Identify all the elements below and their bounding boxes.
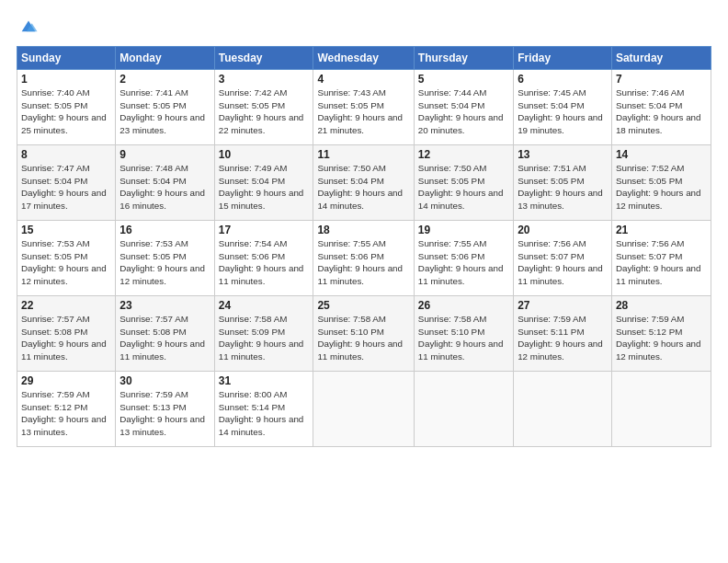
table-row: 3 Sunrise: 7:42 AMSunset: 5:05 PMDayligh…: [214, 70, 313, 145]
col-sunday: Sunday: [17, 47, 116, 70]
day-detail: Sunrise: 7:40 AMSunset: 5:05 PMDaylight:…: [21, 87, 107, 135]
logo-icon: [18, 17, 39, 37]
day-detail: Sunrise: 7:50 AMSunset: 5:05 PMDaylight:…: [418, 163, 504, 211]
table-row: 28 Sunrise: 7:59 AMSunset: 5:12 PMDaylig…: [611, 296, 711, 372]
table-row: 20 Sunrise: 7:56 AMSunset: 5:07 PMDaylig…: [514, 221, 612, 296]
day-number: 9: [119, 148, 210, 161]
day-detail: Sunrise: 7:59 AMSunset: 5:12 PMDaylight:…: [21, 389, 107, 437]
day-number: 12: [418, 148, 509, 161]
day-number: 6: [518, 73, 608, 86]
day-number: 3: [219, 73, 310, 86]
table-row: 8 Sunrise: 7:47 AMSunset: 5:04 PMDayligh…: [17, 145, 116, 221]
day-number: 24: [219, 299, 310, 312]
calendar-week-row: 29 Sunrise: 7:59 AMSunset: 5:12 PMDaylig…: [17, 372, 711, 447]
day-detail: Sunrise: 7:46 AMSunset: 5:04 PMDaylight:…: [616, 87, 701, 135]
day-detail: Sunrise: 7:56 AMSunset: 5:07 PMDaylight:…: [616, 238, 701, 286]
table-row: 10 Sunrise: 7:49 AMSunset: 5:04 PMDaylig…: [214, 145, 313, 221]
day-number: 20: [518, 224, 608, 236]
table-row: 26 Sunrise: 7:58 AMSunset: 5:10 PMDaylig…: [414, 296, 513, 372]
day-detail: Sunrise: 7:53 AMSunset: 5:05 PMDaylight:…: [21, 238, 107, 286]
day-detail: Sunrise: 7:59 AMSunset: 5:13 PMDaylight:…: [119, 389, 205, 437]
table-row: [414, 372, 513, 447]
day-detail: Sunrise: 7:49 AMSunset: 5:04 PMDaylight:…: [219, 163, 304, 211]
day-detail: Sunrise: 7:55 AMSunset: 5:06 PMDaylight:…: [418, 238, 504, 286]
table-row: 22 Sunrise: 7:57 AMSunset: 5:08 PMDaylig…: [17, 296, 116, 372]
day-number: 2: [119, 73, 210, 86]
col-monday: Monday: [116, 47, 214, 70]
day-detail: Sunrise: 7:44 AMSunset: 5:04 PMDaylight:…: [418, 87, 504, 135]
day-number: 27: [518, 299, 608, 312]
col-wednesday: Wednesday: [313, 47, 414, 70]
col-saturday: Saturday: [611, 47, 711, 70]
day-detail: Sunrise: 7:45 AMSunset: 5:04 PMDaylight:…: [518, 87, 603, 135]
day-detail: Sunrise: 7:53 AMSunset: 5:05 PMDaylight:…: [119, 238, 205, 286]
day-number: 26: [418, 299, 509, 312]
day-detail: Sunrise: 7:55 AMSunset: 5:06 PMDaylight:…: [317, 238, 403, 286]
day-detail: Sunrise: 7:51 AMSunset: 5:05 PMDaylight:…: [518, 163, 603, 211]
day-number: 4: [317, 73, 409, 86]
day-detail: Sunrise: 7:59 AMSunset: 5:11 PMDaylight:…: [518, 314, 603, 362]
calendar-header-row: Sunday Monday Tuesday Wednesday Thursday…: [17, 47, 711, 70]
table-row: [611, 372, 711, 447]
table-row: 24 Sunrise: 7:58 AMSunset: 5:09 PMDaylig…: [214, 296, 313, 372]
day-detail: Sunrise: 7:58 AMSunset: 5:09 PMDaylight:…: [219, 314, 304, 362]
day-number: 5: [418, 73, 509, 86]
day-number: 10: [219, 148, 310, 161]
day-number: 28: [616, 299, 707, 312]
day-number: 17: [219, 224, 310, 236]
calendar-week-row: 15 Sunrise: 7:53 AMSunset: 5:05 PMDaylig…: [17, 221, 711, 296]
table-row: 17 Sunrise: 7:54 AMSunset: 5:06 PMDaylig…: [214, 221, 313, 296]
day-number: 25: [317, 299, 409, 312]
table-row: 2 Sunrise: 7:41 AMSunset: 5:05 PMDayligh…: [116, 70, 214, 145]
day-number: 29: [21, 374, 111, 387]
day-number: 30: [119, 374, 210, 387]
day-detail: Sunrise: 7:58 AMSunset: 5:10 PMDaylight:…: [418, 314, 504, 362]
table-row: 18 Sunrise: 7:55 AMSunset: 5:06 PMDaylig…: [313, 221, 414, 296]
col-friday: Friday: [514, 47, 612, 70]
day-number: 15: [21, 224, 111, 236]
table-row: 12 Sunrise: 7:50 AMSunset: 5:05 PMDaylig…: [414, 145, 513, 221]
day-detail: Sunrise: 7:41 AMSunset: 5:05 PMDaylight:…: [119, 87, 205, 135]
table-row: 15 Sunrise: 7:53 AMSunset: 5:05 PMDaylig…: [17, 221, 116, 296]
day-number: 11: [317, 148, 409, 161]
table-row: 11 Sunrise: 7:50 AMSunset: 5:04 PMDaylig…: [313, 145, 414, 221]
day-number: 18: [317, 224, 409, 236]
logo: [17, 17, 39, 37]
table-row: 13 Sunrise: 7:51 AMSunset: 5:05 PMDaylig…: [514, 145, 612, 221]
col-thursday: Thursday: [414, 47, 513, 70]
day-detail: Sunrise: 7:42 AMSunset: 5:05 PMDaylight:…: [219, 87, 304, 135]
table-row: 29 Sunrise: 7:59 AMSunset: 5:12 PMDaylig…: [17, 372, 116, 447]
day-detail: Sunrise: 7:56 AMSunset: 5:07 PMDaylight:…: [518, 238, 603, 286]
day-number: 14: [616, 148, 707, 161]
day-number: 16: [119, 224, 210, 236]
page: Sunday Monday Tuesday Wednesday Thursday…: [0, 0, 728, 456]
calendar-week-row: 8 Sunrise: 7:47 AMSunset: 5:04 PMDayligh…: [17, 145, 711, 221]
day-number: 23: [119, 299, 210, 312]
day-detail: Sunrise: 7:48 AMSunset: 5:04 PMDaylight:…: [119, 163, 205, 211]
calendar-week-row: 1 Sunrise: 7:40 AMSunset: 5:05 PMDayligh…: [17, 70, 711, 145]
day-number: 19: [418, 224, 509, 236]
table-row: 21 Sunrise: 7:56 AMSunset: 5:07 PMDaylig…: [611, 221, 711, 296]
calendar-week-row: 22 Sunrise: 7:57 AMSunset: 5:08 PMDaylig…: [17, 296, 711, 372]
day-number: 21: [616, 224, 707, 236]
header: [17, 17, 711, 37]
table-row: 27 Sunrise: 7:59 AMSunset: 5:11 PMDaylig…: [514, 296, 612, 372]
day-number: 22: [21, 299, 111, 312]
table-row: 1 Sunrise: 7:40 AMSunset: 5:05 PMDayligh…: [17, 70, 116, 145]
calendar-table: Sunday Monday Tuesday Wednesday Thursday…: [17, 46, 711, 447]
day-detail: Sunrise: 7:54 AMSunset: 5:06 PMDaylight:…: [219, 238, 304, 286]
day-detail: Sunrise: 7:59 AMSunset: 5:12 PMDaylight:…: [616, 314, 701, 362]
table-row: 19 Sunrise: 7:55 AMSunset: 5:06 PMDaylig…: [414, 221, 513, 296]
day-number: 8: [21, 148, 111, 161]
day-number: 13: [518, 148, 608, 161]
table-row: 9 Sunrise: 7:48 AMSunset: 5:04 PMDayligh…: [116, 145, 214, 221]
table-row: 14 Sunrise: 7:52 AMSunset: 5:05 PMDaylig…: [611, 145, 711, 221]
table-row: 31 Sunrise: 8:00 AMSunset: 5:14 PMDaylig…: [214, 372, 313, 447]
table-row: 25 Sunrise: 7:58 AMSunset: 5:10 PMDaylig…: [313, 296, 414, 372]
day-detail: Sunrise: 7:57 AMSunset: 5:08 PMDaylight:…: [119, 314, 205, 362]
day-detail: Sunrise: 7:57 AMSunset: 5:08 PMDaylight:…: [21, 314, 107, 362]
table-row: 30 Sunrise: 7:59 AMSunset: 5:13 PMDaylig…: [116, 372, 214, 447]
table-row: 7 Sunrise: 7:46 AMSunset: 5:04 PMDayligh…: [611, 70, 711, 145]
col-tuesday: Tuesday: [214, 47, 313, 70]
day-number: 31: [219, 374, 310, 387]
